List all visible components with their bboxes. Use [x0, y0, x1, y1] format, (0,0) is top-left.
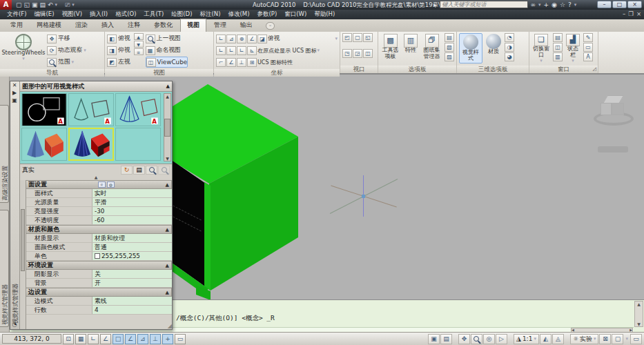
tab-annotate[interactable]: 注释: [121, 19, 146, 32]
undo-dropdown-icon[interactable]: ▾: [55, 2, 58, 8]
ducs-toggle[interactable]: ⊿: [137, 334, 148, 344]
menu-modify[interactable]: 修改(M): [228, 10, 249, 19]
named-views-button[interactable]: ▦命名视图: [146, 45, 188, 56]
help-icon[interactable]: ?: [568, 1, 572, 8]
camera-icon[interactable]: ◕: [505, 52, 514, 61]
status-zoom-icon[interactable]: [471, 334, 482, 344]
collapse-section-icon[interactable]: ▲: [166, 83, 170, 89]
minimize-button[interactable]: –: [597, 1, 612, 8]
grid-toggle[interactable]: ▦: [75, 334, 86, 344]
orbit-button[interactable]: ⟳动态观察▾: [47, 45, 86, 56]
tile-horizontal-icon[interactable]: ◫: [553, 43, 563, 52]
viewport-join-icon[interactable]: ◱: [363, 33, 373, 42]
ucs-previous-icon[interactable]: ⊿: [226, 34, 236, 43]
property-row[interactable]: 面颜色模式普通: [26, 243, 172, 252]
menu-edit[interactable]: 编辑(E): [35, 10, 55, 19]
new-file-icon[interactable]: ▢: [16, 1, 22, 9]
quick-view-pan-icon[interactable]: ✥: [458, 334, 470, 344]
lights-icon[interactable]: ◔: [505, 33, 514, 42]
drawing-close-button[interactable]: ×: [636, 10, 641, 17]
property-row[interactable]: 行数4: [26, 306, 172, 315]
tab-home[interactable]: 常用: [4, 19, 29, 32]
viewcube-left-face[interactable]: [601, 103, 612, 115]
view-combo-cube-icon[interactable]: ◪: [257, 34, 267, 43]
menu-parametric[interactable]: 参数(P): [257, 10, 277, 19]
sheet-set-manager-button[interactable]: 🗇 图纸集管理器: [421, 33, 442, 61]
viewcube-right-face[interactable]: [612, 103, 624, 115]
opacity-icon[interactable]: ◍: [107, 181, 115, 188]
scroll-down-icon[interactable]: ▼: [166, 156, 169, 161]
tab-view[interactable]: 视图: [180, 19, 206, 32]
scroll-thumb[interactable]: [164, 119, 170, 137]
view-combo-dropdown-icon[interactable]: ▾: [335, 36, 338, 41]
viewcube-button[interactable]: ◫ViewCube: [146, 57, 188, 68]
ucs-origin-dropdown-icon[interactable]: ▾: [318, 48, 320, 53]
dialog-launcher-icon[interactable]: ◿: [593, 66, 596, 73]
palette-wrench-icon[interactable]: ◔: [10, 321, 19, 328]
section-materials-color[interactable]: 材质和颜色 ▲: [26, 225, 172, 234]
thumbnail-scrollbar[interactable]: ▲ ▼: [164, 93, 171, 161]
export-style-icon[interactable]: [146, 166, 157, 175]
viewport-new-icon[interactable]: ▢: [353, 33, 362, 42]
menu-insert[interactable]: 插入(I): [90, 10, 108, 19]
dock-tab-advanced-render[interactable]: 高级渲染设置: [0, 105, 9, 203]
left-view-button[interactable]: ◩左视: [107, 57, 130, 68]
ucs-icon[interactable]: ∟: [216, 34, 226, 43]
properties-scrollbar[interactable]: [20, 180, 26, 329]
showmotion-icon[interactable]: ▷: [496, 334, 507, 344]
viewcube-home-label[interactable]: [598, 146, 628, 152]
clean-screen-button[interactable]: ▭: [630, 334, 642, 344]
property-row[interactable]: 面样式实时: [26, 189, 172, 198]
style-thumb-empty[interactable]: [115, 128, 161, 161]
view-list-icon[interactable]: ≡: [134, 48, 144, 55]
collapse-icon[interactable]: ▲: [166, 227, 169, 233]
annotation-autoscale-icon[interactable]: ◬: [552, 334, 564, 344]
collapse-icon[interactable]: ▲: [166, 290, 169, 295]
scroll-down-icon[interactable]: ▼: [637, 322, 641, 326]
ucs-rotate-z-icon[interactable]: ⊥: [237, 58, 246, 67]
viewport-named-icon[interactable]: ◰: [342, 33, 352, 42]
collapse-icon[interactable]: ▲: [166, 182, 169, 188]
tab-insert[interactable]: 插入: [95, 19, 120, 32]
palette-close-icon[interactable]: ✕: [10, 81, 19, 89]
property-row[interactable]: 不透明度-60: [26, 216, 172, 225]
menu-window[interactable]: 窗口(W): [284, 10, 306, 19]
autocad-logo-icon[interactable]: A: [0, 0, 12, 10]
plot-icon[interactable]: ▤: [40, 1, 46, 9]
search-dropdown-icon[interactable]: ▾: [538, 2, 541, 8]
panel-label-window[interactable]: 窗口◿: [529, 66, 598, 73]
collapse-icon[interactable]: ▲: [166, 263, 169, 268]
color-swatch[interactable]: [95, 253, 100, 259]
previous-view-button[interactable]: 上一视图: [146, 33, 188, 44]
panel-label-coordinates[interactable]: 坐标: [214, 69, 340, 77]
create-style-icon[interactable]: ↻: [121, 166, 133, 175]
scroll-up-icon[interactable]: ▲: [166, 94, 169, 99]
open-file-icon[interactable]: ◱: [24, 1, 30, 9]
print-dropdown-icon[interactable]: ▾: [72, 2, 75, 8]
viewcube-widget[interactable]: [592, 94, 636, 144]
markup-icon[interactable]: ▧: [445, 43, 454, 52]
panel-label-navigate[interactable]: 导航: [0, 69, 104, 77]
quickcalc-icon[interactable]: ▨: [445, 52, 454, 61]
coordinates-readout[interactable]: 413, 372, 0: [2, 334, 61, 344]
tab-mesh-modeling[interactable]: 网格建模: [30, 19, 68, 32]
ucs-world-icon[interactable]: ⊕: [237, 34, 246, 43]
property-row[interactable]: 边模式素线: [26, 297, 172, 306]
favorites-star-icon[interactable]: ☆: [560, 1, 565, 8]
zoom-extents-button[interactable]: 范围▾: [47, 57, 86, 68]
tab-output[interactable]: 输出: [234, 19, 259, 32]
ucs-rotate-y-icon[interactable]: ∠: [226, 58, 236, 67]
undo-icon[interactable]: ↶: [48, 1, 53, 9]
drawing-minimize-button[interactable]: –: [623, 10, 625, 17]
style-thumb-2d-wireframe[interactable]: A: [21, 93, 67, 126]
menu-format[interactable]: 格式(O): [115, 10, 136, 19]
qp-toggle[interactable]: ▭: [175, 334, 186, 344]
drawing-status-icon[interactable]: ✎: [583, 33, 593, 42]
switch-windows-button[interactable]: ❏ 切换窗口▾: [531, 33, 551, 64]
delete-style-icon[interactable]: [158, 166, 170, 175]
bottom-view-button[interactable]: ◨仰视: [107, 45, 130, 56]
command-vertical-scrollbar[interactable]: ▲▼: [634, 301, 643, 327]
tab-parametric[interactable]: 参数化: [148, 19, 179, 32]
close-button[interactable]: ×: [627, 1, 642, 8]
infocenter-collapse-icon[interactable]: ▸: [433, 1, 437, 8]
